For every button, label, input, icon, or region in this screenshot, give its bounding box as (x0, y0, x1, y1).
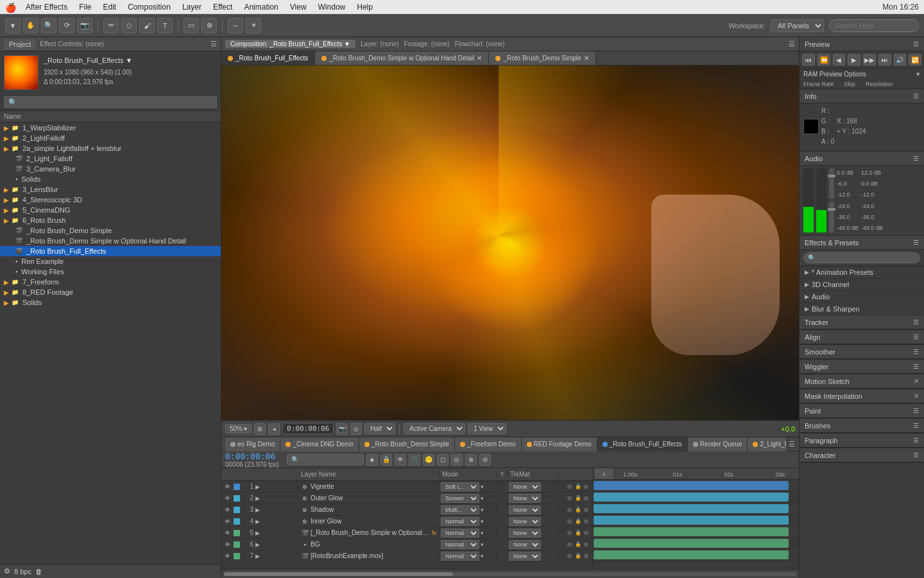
layer-visibility-5[interactable]: 👁 (223, 540, 232, 549)
timeline-search-input[interactable] (287, 454, 364, 465)
table-row[interactable]: 👁 7 ▶ 🎬 [RotoBrushExample.mov] Normal ▾ … (221, 550, 593, 562)
layer-mode-select-6[interactable]: Normal (441, 552, 479, 561)
layer-lock-2[interactable]: 🔒 (574, 506, 582, 514)
timeline-tab-4[interactable]: RED Footage Demo (522, 437, 597, 451)
layer-visibility-6[interactable]: 👁 (223, 552, 232, 561)
tl-moblur[interactable]: ◎ (451, 454, 463, 466)
tree-item[interactable]: ▪Working Files (0, 267, 221, 277)
layer-expand-2[interactable]: ▶ (255, 507, 260, 513)
viewer-snap[interactable]: 📷 (336, 423, 348, 435)
menu-animation[interactable]: Animation (239, 1, 283, 13)
tree-item[interactable]: ▶📁3_LensBlur (0, 184, 221, 195)
effects-item-2[interactable]: ▶Audio (800, 291, 924, 303)
paragraph-menu[interactable]: ☰ (913, 437, 919, 444)
layer-visibility-2[interactable]: 👁 (223, 505, 232, 514)
layer-lock-3[interactable]: 🔒 (574, 518, 582, 525)
layer-motion-blur-4[interactable]: ◎ (583, 529, 590, 537)
layer-motion-blur-1[interactable]: ◎ (583, 495, 590, 502)
preview-panel-menu[interactable]: ☰ (913, 40, 919, 48)
layer-lock-5[interactable]: 🔒 (574, 541, 582, 548)
viewer-prev-frame[interactable]: ◂ (268, 423, 280, 435)
preview-last-frame[interactable]: ⏭ (878, 54, 891, 66)
tl-lock[interactable]: 🔒 (381, 454, 392, 466)
track-row-2[interactable] (594, 503, 799, 514)
project-trash[interactable]: 🗑 (35, 568, 42, 575)
audio-slider-right[interactable] (829, 202, 834, 232)
audio-slider-left[interactable] (829, 168, 834, 199)
layer-trkmat-5[interactable]: None (509, 540, 541, 549)
viewer-timecode[interactable]: 0:00:00:06 (282, 423, 334, 434)
track-row-0[interactable] (594, 480, 799, 491)
apple-menu[interactable]: 🍎 (5, 3, 14, 12)
table-row[interactable]: 👁 3 ▶ ⊛ Shadow Multi... ▾ None ◎ 🔒 ◎ (221, 504, 593, 516)
menu-after-effects[interactable]: After Effects (21, 1, 73, 13)
preview-panel-header[interactable]: Preview ☰ (800, 37, 924, 51)
comp-tab-1[interactable]: _Roto Brush_Demo Simple w Optional Hand … (315, 51, 489, 66)
info-panel-menu[interactable]: ☰ (913, 92, 919, 100)
table-row[interactable]: 👁 4 ▶ ⊛ Inner Glow Normal ▾ None ◎ 🔒 ◎ (221, 516, 593, 527)
layer-solo-3[interactable]: ◎ (566, 518, 574, 525)
timeline-timecode[interactable]: 0:00:00:06 (225, 451, 279, 461)
layer-mode-select-0[interactable]: Soft L... (441, 482, 479, 491)
tl-draft[interactable]: ◻ (437, 454, 449, 466)
table-row[interactable]: 👁 6 ▶ ▪ BG Normal ▾ None ◎ 🔒 ◎ (221, 539, 593, 550)
align-header[interactable]: Align ☰ (800, 330, 924, 344)
zoom-control[interactable]: 50% ▾ (225, 424, 252, 434)
tool-hand[interactable]: ✋ (23, 18, 38, 33)
tool-brush[interactable]: 🖌 (139, 18, 155, 33)
timeline-tab-0[interactable]: eo Rig Demo (225, 437, 280, 451)
viewer-fit[interactable]: ⊞ (254, 423, 266, 435)
tree-item[interactable]: 🎬_Roto Brush_Full_Effects (0, 246, 221, 256)
smoother-header[interactable]: Smoother ☰ (800, 345, 924, 359)
layer-mode-select-2[interactable]: Multi... (441, 505, 479, 514)
layer-motion-blur-3[interactable]: ◎ (583, 518, 590, 525)
ram-preview-expand[interactable]: ▾ (916, 70, 920, 78)
layer-mode-select-4[interactable]: Normal (441, 529, 479, 538)
tracker-menu[interactable]: ☰ (913, 319, 919, 326)
timeline-tab-7[interactable]: 2_Light_Falloff (748, 437, 786, 451)
info-panel-header[interactable]: Info ☰ (800, 89, 924, 103)
layer-solo-2[interactable]: ◎ (566, 506, 574, 514)
character-header[interactable]: Character ☰ (800, 448, 924, 462)
menu-help[interactable]: Help (352, 1, 378, 13)
layer-solo-6[interactable]: ◎ (566, 552, 574, 560)
viewer-motion-blur[interactable]: ◎ (350, 423, 362, 435)
tree-item[interactable]: ▶📁7_Freeform (0, 277, 221, 287)
tool-rotate[interactable]: ⟳ (59, 18, 74, 33)
layer-trkmat-1[interactable]: None (509, 494, 541, 503)
tool-clone[interactable]: ⊕ (201, 18, 217, 33)
preview-step-back[interactable]: ◀ (833, 54, 846, 66)
layer-trkmat-2[interactable]: None (509, 505, 541, 514)
tool-zoom[interactable]: 🔍 (41, 18, 56, 33)
preview-audio[interactable]: 🔊 (894, 54, 907, 66)
tree-item[interactable]: ▶📁6_Roto Brush (0, 215, 221, 225)
layer-motion-blur-0[interactable]: ◎ (583, 483, 590, 491)
table-row[interactable]: 👁 5 ▶ 🎬 [_Roto Brush_Demo Simple w Optio… (221, 527, 593, 539)
tree-item[interactable]: ▶📁Solids (0, 297, 221, 308)
tree-item[interactable]: 🎬_Roto Brush_Demo Simple w Optional Hand… (0, 236, 221, 246)
layer-mode-select-1[interactable]: Screen (441, 494, 479, 503)
timeline-tab-2[interactable]: _Roto Brush_Demo Simple (359, 437, 455, 451)
viewer-panel-menu[interactable]: ☰ (789, 40, 795, 48)
layer-lock-1[interactable]: 🔒 (574, 495, 582, 502)
tree-item[interactable]: 🎬3_Camera_Blur (0, 164, 221, 174)
tl-solo[interactable]: ◈ (366, 454, 378, 466)
menu-window[interactable]: Window (313, 1, 351, 13)
timeline-panel-menu[interactable]: ☰ (789, 440, 795, 448)
wiggler-header[interactable]: Wiggler ☰ (800, 360, 924, 374)
tree-item[interactable]: ▶📁8_RED Footage (0, 287, 221, 297)
layer-visibility-1[interactable]: 👁 (223, 494, 232, 503)
tree-item[interactable]: 🎬2_Light_Falloff (0, 153, 221, 164)
timeline-scrollbar[interactable] (221, 569, 799, 578)
preview-first-frame[interactable]: ⏮ (802, 54, 815, 66)
timeline-scroll-track[interactable] (224, 572, 796, 576)
effects-panel-menu[interactable]: ☰ (913, 239, 919, 246)
workspace-select[interactable]: All Panels (771, 19, 824, 32)
layer-motion-blur-6[interactable]: ◎ (583, 552, 590, 560)
slider-thumb-left[interactable] (828, 175, 835, 177)
tl-adjlayer[interactable]: ⊕ (465, 454, 477, 466)
tree-item[interactable]: ▶📁5_CinemaDNG (0, 205, 221, 215)
menu-composition[interactable]: Composition (123, 1, 176, 13)
tool-align[interactable]: ↔ (228, 18, 243, 33)
layer-solo-5[interactable]: ◎ (566, 541, 574, 548)
